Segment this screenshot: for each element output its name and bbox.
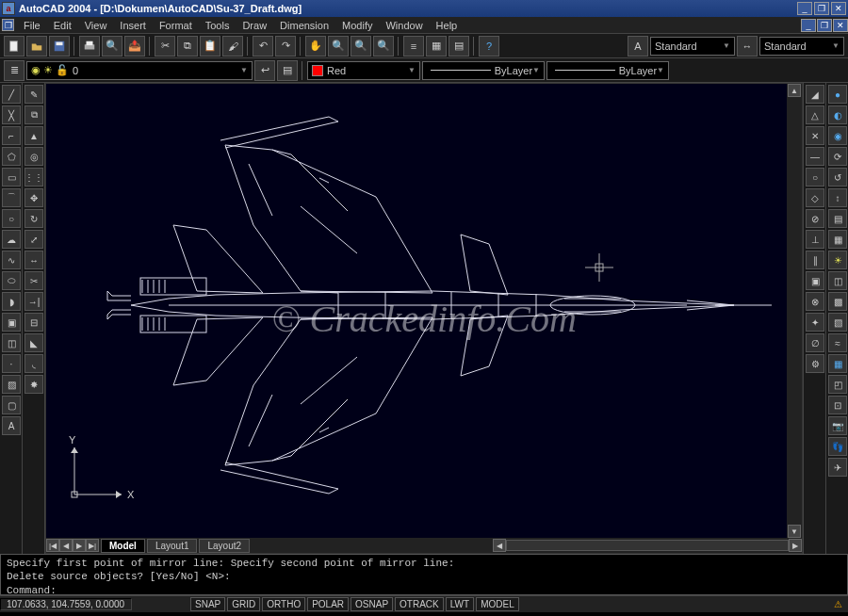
toggle-otrack[interactable]: OTRACK — [395, 597, 444, 611]
snap-extension[interactable]: — — [806, 147, 824, 166]
menu-dimension[interactable]: Dimension — [273, 18, 335, 33]
explode-tool[interactable]: ✸ — [24, 375, 43, 394]
3dswivel-button[interactable]: ↺ — [828, 168, 847, 186]
stretch-tool[interactable]: ↔ — [24, 251, 43, 269]
menu-modify[interactable]: Modify — [335, 18, 379, 33]
offset-tool[interactable]: ◎ — [24, 147, 43, 166]
menu-view[interactable]: View — [78, 18, 114, 33]
fog-button[interactable]: ≈ — [828, 333, 847, 352]
toggle-polar[interactable]: POLAR — [307, 597, 349, 611]
scroll-right-button[interactable]: ▶ — [789, 539, 802, 552]
save-button[interactable] — [49, 36, 70, 57]
menu-help[interactable]: Help — [430, 18, 465, 33]
publish-button[interactable]: 📤 — [124, 36, 145, 57]
layer-previous-button[interactable]: ↩ — [254, 60, 275, 81]
minimize-button[interactable]: _ — [797, 2, 812, 15]
comm-center-icon[interactable]: ⚠ — [834, 599, 842, 609]
toggle-model[interactable]: MODEL — [476, 597, 519, 611]
maximize-button[interactable]: ❐ — [814, 2, 829, 15]
arc-tool[interactable]: ⌒ — [2, 188, 21, 207]
hatch-tool[interactable]: ▨ — [2, 375, 21, 394]
make-block-tool[interactable]: ◫ — [2, 333, 21, 352]
tab-prev-button[interactable]: ◀ — [59, 539, 73, 552]
scroll-down-button[interactable]: ▼ — [788, 525, 801, 538]
light-button[interactable]: ☀ — [828, 251, 847, 269]
toggle-lwt[interactable]: LWT — [446, 597, 474, 611]
ellipse-arc-tool[interactable]: ◗ — [2, 292, 21, 311]
render-scene-button[interactable]: ▦ — [828, 354, 847, 373]
break-tool[interactable]: ⊟ — [24, 313, 43, 332]
mdi-minimize-button[interactable]: _ — [801, 19, 816, 32]
design-center-button[interactable]: ▦ — [426, 36, 447, 57]
snap-node[interactable]: ⊗ — [806, 292, 824, 311]
snap-quadrant[interactable]: ◇ — [806, 188, 824, 207]
fly-button[interactable]: ✈ — [828, 458, 847, 477]
tab-layout2[interactable]: Layout2 — [199, 539, 250, 553]
erase-tool[interactable]: ✎ — [24, 85, 43, 104]
linetype-dropdown[interactable]: ByLayer▼ — [422, 61, 545, 80]
lineweight-dropdown[interactable]: ByLayer▼ — [546, 61, 669, 80]
walk-button[interactable]: 👣 — [828, 437, 847, 456]
3dorbit-button[interactable]: ⟳ — [828, 147, 847, 166]
visual-styles-button[interactable]: ▦ — [828, 230, 847, 249]
match-properties-button[interactable]: 🖌 — [222, 36, 243, 57]
tool-palettes-button[interactable]: ▤ — [448, 36, 469, 57]
new-button[interactable] — [4, 36, 24, 57]
zoom-previous-button[interactable]: 🔍 — [373, 36, 394, 57]
move-tool[interactable]: ✥ — [24, 188, 43, 207]
revision-cloud-tool[interactable]: ☁ — [2, 230, 21, 249]
menu-insert[interactable]: Insert — [113, 18, 153, 33]
menu-tools[interactable]: Tools — [199, 18, 236, 33]
properties-button[interactable]: ≡ — [403, 36, 424, 57]
region-tool[interactable]: ▢ — [2, 396, 21, 414]
trim-tool[interactable]: ✂ — [24, 271, 43, 290]
text-style-dropdown[interactable]: Standard▼ — [650, 37, 735, 56]
close-button[interactable]: ✕ — [831, 2, 846, 15]
copy-tool[interactable]: ⧉ — [24, 105, 43, 124]
fillet-tool[interactable]: ◟ — [24, 354, 43, 373]
extend-tool[interactable]: →| — [24, 292, 43, 311]
rotate-tool[interactable]: ↻ — [24, 209, 43, 228]
insert-block-tool[interactable]: ▣ — [2, 313, 21, 332]
polygon-tool[interactable]: ⬠ — [2, 147, 21, 166]
background-button[interactable]: ▧ — [828, 313, 847, 332]
menu-file[interactable]: File — [17, 18, 47, 33]
tab-model[interactable]: Model — [101, 539, 145, 553]
snap-insert[interactable]: ▣ — [806, 271, 824, 290]
materials-button[interactable]: ◫ — [828, 271, 847, 290]
text-style-icon[interactable]: A — [628, 36, 648, 57]
zoom-window-button[interactable]: 🔍 — [351, 36, 371, 57]
text-tool[interactable]: A — [2, 416, 21, 435]
construction-line-tool[interactable]: ╳ — [2, 105, 21, 124]
mdi-restore-button[interactable]: ❐ — [2, 19, 14, 31]
vertical-scrollbar[interactable]: ▲ ▼ — [787, 84, 802, 538]
scroll-up-button[interactable]: ▲ — [788, 84, 801, 97]
mdi-close-button[interactable]: ✕ — [833, 19, 848, 32]
coordinate-display[interactable]: 107.0633, 104.7559, 0.0000 — [0, 598, 132, 610]
color-dropdown[interactable]: Red▼ — [307, 61, 420, 80]
tab-first-button[interactable]: |◀ — [46, 539, 59, 552]
circle-tool[interactable]: ○ — [2, 209, 21, 228]
ellipse-tool[interactable]: ⬭ — [2, 271, 21, 290]
camera-button[interactable]: 📷 — [828, 416, 847, 435]
snap-center[interactable]: ○ — [806, 168, 824, 186]
snap-midpoint[interactable]: △ — [806, 105, 824, 124]
horizontal-scrollbar[interactable]: |◀ ◀ ▶ ▶| Model Layout1 Layout2 ◀ ▶ — [46, 538, 802, 553]
drawing-canvas[interactable]: X Y © Crackedinfo.Com ▲ ▼ |◀ ◀ ▶ ▶| Mode… — [45, 83, 803, 554]
scroll-left-button[interactable]: ◀ — [493, 539, 506, 552]
dim-style-icon[interactable]: ↔ — [737, 36, 758, 57]
menu-window[interactable]: Window — [379, 18, 429, 33]
help-button[interactable]: ? — [479, 36, 499, 57]
render-crop-button[interactable]: ◰ — [828, 375, 847, 394]
shade-button[interactable]: ◐ — [828, 105, 847, 124]
tab-next-button[interactable]: ▶ — [73, 539, 86, 552]
rectangle-tool[interactable]: ▭ — [2, 168, 21, 186]
polyline-tool[interactable]: ⌐ — [2, 126, 21, 145]
line-tool[interactable]: ╱ — [2, 85, 21, 104]
cut-button[interactable]: ✂ — [155, 36, 175, 57]
osnap-settings[interactable]: ⚙ — [806, 354, 824, 373]
menu-edit[interactable]: Edit — [47, 18, 78, 33]
snap-perpendicular[interactable]: ⊥ — [806, 230, 824, 249]
plot-button[interactable] — [79, 36, 100, 57]
open-button[interactable] — [26, 36, 47, 57]
